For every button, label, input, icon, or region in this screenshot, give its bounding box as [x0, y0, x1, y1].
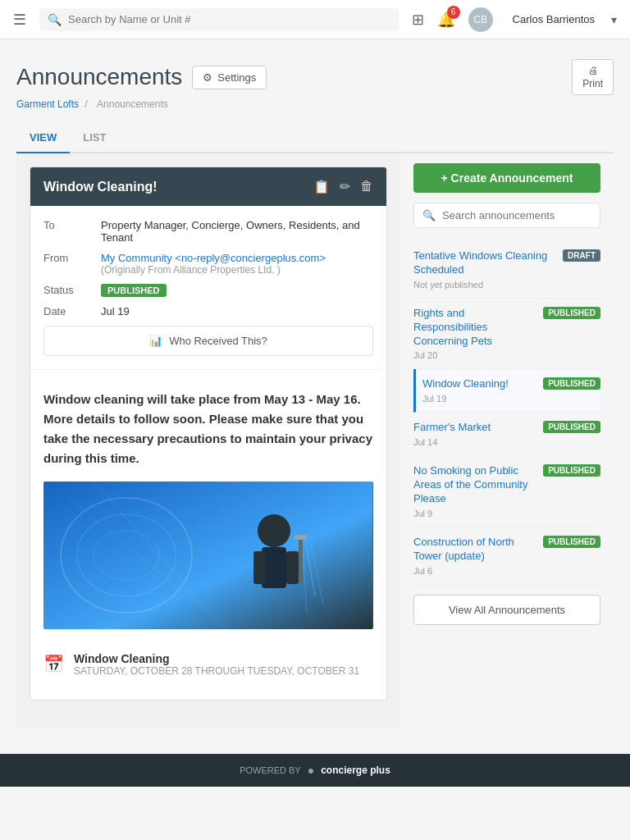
settings-label: Settings: [217, 71, 256, 84]
announcement-search-input[interactable]: [442, 209, 591, 221]
announcement-text: Window cleaning will take place from May…: [43, 390, 373, 468]
breadcrumb: Garment Lofts / Announcements: [16, 98, 614, 110]
avatar: CB: [468, 7, 493, 32]
calendar-icon: 📅: [43, 654, 64, 673]
settings-button[interactable]: ⚙ Settings: [192, 66, 267, 89]
announcement-list-item[interactable]: Window Cleaning! PUBLISHED Jul 19: [413, 369, 600, 413]
announcement-search-box[interactable]: 🔍: [413, 203, 600, 228]
status-label: Status: [43, 284, 101, 296]
ann-badge: PUBLISHED: [543, 464, 600, 477]
who-received-label: Who Received This?: [169, 335, 267, 347]
card-title: Window Cleaning!: [43, 180, 158, 194]
announcement-list-item[interactable]: Rights and Responsibilities Concerning P…: [413, 299, 600, 370]
create-announcement-button[interactable]: + Create Announcement: [413, 163, 600, 193]
ann-title: Window Cleaning!: [422, 377, 536, 391]
copy-icon[interactable]: 📋: [313, 179, 330, 194]
page-content: Announcements ⚙ Settings 🖨 Print Garment…: [0, 39, 630, 728]
announcement-detail-card: Window Cleaning! 📋 ✏ 🗑 To Property Manag…: [30, 167, 387, 701]
breadcrumb-current: Announcements: [97, 98, 168, 110]
notification-badge: 6: [447, 6, 460, 19]
to-row: To Property Manager, Concierge, Owners, …: [43, 219, 373, 244]
announcement-list-item[interactable]: No Smoking on Public Areas of the Commun…: [413, 456, 600, 527]
ann-date: Jul 9: [413, 509, 600, 518]
svg-rect-12: [294, 535, 307, 540]
svg-point-7: [258, 514, 290, 547]
announcement-list-item[interactable]: Farmer's Market PUBLISHED Jul 14: [413, 413, 600, 456]
event-date: SATURDAY, OCTOBER 28 THROUGH TUESDAY, OC…: [74, 665, 359, 677]
ann-date: Jul 20: [413, 350, 600, 360]
ann-date: Jul 6: [413, 566, 600, 576]
tab-view[interactable]: VIEW: [16, 123, 70, 153]
status-badge: PUBLISHED: [101, 284, 167, 297]
date-label: Date: [43, 305, 101, 317]
ann-title: Construction of North Tower (update): [413, 536, 536, 564]
date-row: Date Jul 19: [43, 305, 373, 317]
chart-icon: 📊: [149, 335, 162, 347]
ann-badge: DRAFT: [563, 249, 600, 262]
from-value: My Community <no-reply@conciergeplus.com…: [101, 252, 326, 264]
to-label: To: [43, 219, 101, 231]
card-header: Window Cleaning! 📋 ✏ 🗑: [30, 167, 386, 206]
ann-date: Jul 14: [413, 437, 600, 447]
from-sub: (Originally From Alliance Properties Ltd…: [101, 264, 326, 276]
right-panel: + Create Announcement 🔍 Tentative Window…: [400, 153, 614, 728]
print-icon: 🖨: [588, 65, 598, 76]
print-button[interactable]: 🖨 Print: [572, 59, 614, 95]
card-actions: 📋 ✏ 🗑: [313, 179, 373, 194]
grid-icon[interactable]: ⊞: [412, 11, 424, 29]
page-header: Announcements ⚙ Settings 🖨 Print: [16, 59, 614, 95]
announcement-list-item[interactable]: Construction of North Tower (update) PUB…: [413, 527, 600, 585]
edit-icon[interactable]: ✏: [340, 179, 350, 194]
brand-name: concierge plus: [321, 765, 390, 776]
announcement-details: To Property Manager, Concierge, Owners, …: [30, 206, 386, 370]
powered-by-text: POWERED BY: [240, 765, 301, 775]
main-layout: Window Cleaning! 📋 ✏ 🗑 To Property Manag…: [16, 153, 614, 728]
who-received-button[interactable]: 📊 Who Received This?: [43, 326, 373, 356]
ann-badge: PUBLISHED: [543, 307, 600, 319]
ann-badge: PUBLISHED: [543, 421, 600, 433]
svg-rect-10: [286, 551, 299, 584]
chevron-down-icon[interactable]: ▾: [611, 13, 617, 26]
search-icon: 🔍: [422, 209, 436, 221]
view-all-button[interactable]: View All Announcements: [413, 595, 600, 625]
status-row: Status PUBLISHED: [43, 284, 373, 297]
ann-badge: PUBLISHED: [543, 536, 600, 548]
ann-title: Rights and Responsibilities Concerning P…: [413, 307, 536, 349]
ann-title: No Smoking on Public Areas of the Commun…: [413, 464, 536, 506]
left-panel: Window Cleaning! 📋 ✏ 🗑 To Property Manag…: [16, 153, 400, 728]
gear-icon: ⚙: [203, 71, 212, 84]
user-name: Carlos Barrientos: [513, 13, 595, 25]
date-value: Jul 19: [101, 305, 130, 317]
print-label: Print: [582, 78, 603, 89]
page-title: Announcements: [16, 64, 182, 90]
delete-icon[interactable]: 🗑: [360, 179, 373, 194]
from-row: From My Community <no-reply@conciergeplu…: [43, 252, 373, 276]
event-title: Window Cleaning: [74, 652, 359, 665]
svg-rect-9: [253, 551, 266, 584]
nav-icons: ⊞ 🔔 6 CB Carlos Barrientos ▾: [412, 7, 617, 32]
from-label: From: [43, 252, 101, 264]
ann-title: Tentative Windows Cleaning Scheduled: [413, 249, 556, 277]
top-nav: ☰ 🔍 ⊞ 🔔 6 CB Carlos Barrientos ▾: [0, 0, 630, 39]
ann-title: Farmer's Market: [413, 421, 536, 435]
search-icon: 🔍: [48, 13, 62, 26]
menu-icon[interactable]: ☰: [13, 11, 26, 29]
bell-icon[interactable]: 🔔 6: [437, 11, 455, 29]
view-tabs: VIEW LIST: [16, 123, 614, 153]
svg-rect-11: [299, 535, 303, 584]
ann-badge: PUBLISHED: [543, 377, 600, 390]
global-search[interactable]: 🔍: [39, 8, 399, 31]
announcement-list-item[interactable]: Tentative Windows Cleaning Scheduled DRA…: [413, 241, 600, 299]
to-value: Property Manager, Concierge, Owners, Res…: [101, 219, 373, 244]
tab-list[interactable]: LIST: [70, 123, 119, 153]
breadcrumb-separator: /: [84, 98, 90, 110]
announcement-list: Tentative Windows Cleaning Scheduled DRA…: [413, 241, 600, 585]
event-info: 📅 Window Cleaning SATURDAY, OCTOBER 28 T…: [43, 642, 373, 687]
breadcrumb-home-link[interactable]: Garment Lofts: [16, 98, 79, 110]
announcement-body: Window cleaning will take place from May…: [30, 370, 386, 700]
footer: POWERED BY ● concierge plus: [0, 754, 630, 787]
search-input[interactable]: [68, 13, 390, 25]
announcement-image: [43, 482, 373, 629]
ann-date: Jul 19: [422, 394, 600, 404]
ann-date: Not yet published: [413, 280, 600, 290]
